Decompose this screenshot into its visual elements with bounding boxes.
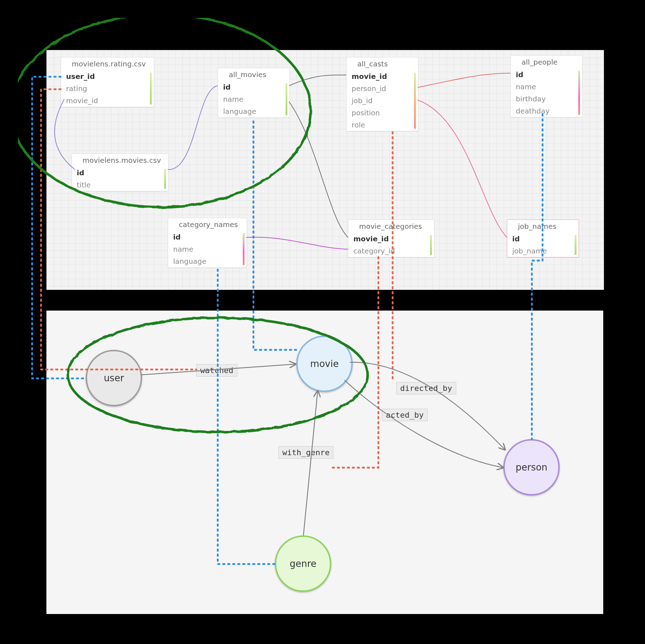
field-movie-id: movie_id (348, 233, 434, 245)
table-title: job_names (507, 220, 579, 233)
field-movie-id: movie_id (347, 70, 418, 82)
field-movie-id: movie_id (61, 95, 154, 107)
node-label: genre (289, 558, 316, 569)
field-birthday: birthday (511, 93, 582, 105)
node-person[interactable]: person (503, 439, 560, 495)
node-label: user (104, 373, 124, 383)
field-deathday: deathday (511, 105, 582, 117)
field-name: name (218, 93, 289, 105)
edge-with-genre: with_genre (278, 446, 333, 459)
field-person-id: person_id (347, 82, 418, 95)
field-position: position (347, 107, 418, 119)
edge-acted-by: acted_by (382, 409, 428, 421)
node-user[interactable]: user (86, 350, 142, 406)
field-title: title (72, 179, 168, 191)
table-title: movielens.movies.csv (72, 154, 168, 167)
edge-directed-by: directed_by (396, 382, 456, 394)
diagram-stage: movielens.rating.csv user_id rating movi… (18, 18, 627, 626)
table-movielens-movies[interactable]: movielens.movies.csv id title (71, 154, 168, 191)
field-user-id: user_id (61, 70, 154, 82)
field-id: id (168, 231, 247, 243)
node-label: movie (310, 358, 339, 369)
table-job-names[interactable]: job_names id job_name (507, 220, 579, 257)
field-role: role (347, 119, 418, 131)
field-id: id (218, 81, 289, 93)
field-name: name (511, 81, 582, 93)
edge-watched: watched (196, 364, 237, 377)
table-title: movielens.rating.csv (61, 57, 154, 70)
field-name: name (168, 243, 247, 255)
field-id: id (72, 167, 168, 179)
table-title: all_casts (347, 57, 418, 70)
field-id: id (511, 69, 582, 81)
field-category-id: category_id (348, 245, 434, 257)
table-all-people[interactable]: all_people id name birthday deathday (510, 55, 583, 117)
field-rating: rating (61, 82, 154, 95)
table-title: category_names (168, 218, 247, 231)
table-title: all_movies (218, 68, 289, 81)
table-title: movie_categories (348, 220, 434, 233)
field-language: language (168, 255, 247, 267)
table-category-names[interactable]: category_names id name language (168, 218, 247, 268)
node-genre[interactable]: genre (275, 535, 331, 592)
field-id: id (507, 233, 579, 245)
field-job-id: job_id (347, 95, 418, 107)
table-all-casts[interactable]: all_casts movie_id person_id job_id posi… (346, 57, 418, 131)
table-movie-categories[interactable]: movie_categories movie_id category_id (348, 220, 434, 257)
node-movie[interactable]: movie (296, 336, 353, 392)
table-all-movies[interactable]: all_movies id name language (218, 68, 290, 118)
table-movielens-rating[interactable]: movielens.rating.csv user_id rating movi… (61, 57, 154, 107)
node-label: person (515, 462, 547, 473)
table-title: all_people (511, 56, 582, 69)
field-language: language (218, 105, 289, 117)
field-job-name: job_name (507, 245, 579, 257)
